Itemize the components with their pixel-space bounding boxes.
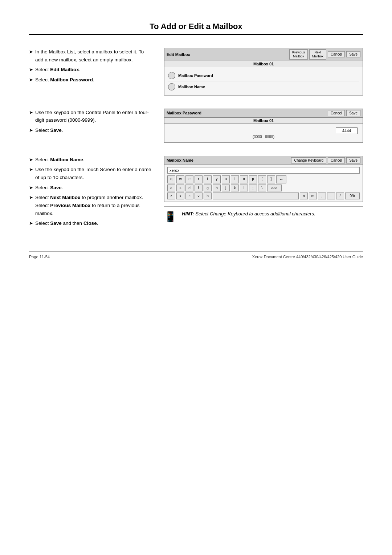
key-b[interactable]: b (204, 193, 212, 199)
section-3-panel: Mailbox Name Change Keyboard Cancel Save… (164, 156, 363, 230)
key-k[interactable]: k (231, 185, 239, 191)
key-j[interactable]: j (222, 185, 230, 191)
key-semicolon[interactable]: ; (249, 185, 257, 191)
key-bracket-open[interactable]: [ (258, 175, 266, 183)
mailbox-password-header: Mailbox Password Cancel Save (164, 109, 363, 118)
bullet-text-3-5: Select Save and then Close. (35, 219, 152, 227)
key-d[interactable]: d (185, 185, 193, 191)
bullet-1-1: ➤ In the Mailbox List, select a mailbox … (29, 48, 152, 64)
cancel-button-2[interactable]: Cancel (328, 110, 345, 116)
bullet-text-3-3: Select Save. (35, 184, 152, 192)
key-period[interactable]: . (327, 193, 335, 199)
bullet-arrow-3: ➤ (29, 76, 33, 84)
bullet-text-3-1: Select Mailbox Name. (35, 156, 152, 164)
key-i[interactable]: i (231, 175, 239, 183)
key-space[interactable] (213, 193, 299, 199)
key-q[interactable]: q (167, 175, 175, 183)
bullet-text-3-2: Use the keypad on the Touch Screen to en… (35, 166, 152, 181)
bullet-arrow-5: ➤ (29, 127, 33, 134)
section-1-panel: Edit Mailbox PreviousMailbox NextMailbox… (164, 48, 363, 96)
key-e[interactable]: e (185, 175, 193, 183)
key-p[interactable]: p (249, 175, 257, 183)
cancel-button-1[interactable]: Cancel (328, 51, 345, 57)
section-1-instructions: ➤ In the Mailbox List, select a mailbox … (29, 48, 152, 96)
mailbox-name-header: Mailbox Name Change Keyboard Cancel Save (164, 156, 363, 165)
bullet-text-2-1: Use the keypad on the Control Panel to e… (35, 109, 152, 124)
hint-section: 📱 HINT: Select Change Keyboard to access… (164, 206, 363, 222)
change-keyboard-button[interactable]: Change Keyboard (291, 157, 326, 163)
bullet-1-3: ➤ Select Mailbox Password. (29, 76, 152, 84)
mailbox-password-subheader: Mailbox 01 (164, 118, 363, 124)
key-v[interactable]: v (195, 193, 203, 199)
key-a[interactable]: a (167, 185, 175, 191)
key-aaa[interactable]: aaa (267, 185, 282, 191)
mailbox-name-title: Mailbox Name (167, 158, 290, 162)
mailbox-password-icon (168, 72, 175, 79)
bullet-arrow-1: ➤ (29, 48, 33, 56)
key-comma[interactable]: , (318, 193, 326, 199)
key-n[interactable]: n (300, 193, 308, 199)
bullet-arrow-9: ➤ (29, 194, 33, 202)
bullet-3-5: ➤ Select Save and then Close. (29, 219, 152, 227)
key-row-1: q w e r t y u i o p [ ] ← (167, 175, 360, 183)
page-footer: Page 11-54 Xerox Document Centre 440/432… (29, 251, 363, 259)
key-slash[interactable]: / (336, 193, 344, 199)
bullet-text-2-2: Select Save. (35, 126, 152, 134)
key-backslash[interactable]: \ (258, 185, 266, 191)
key-backspace[interactable]: ← (276, 175, 286, 183)
password-range: (0000 - 9999) (170, 135, 358, 139)
key-h[interactable]: h (213, 185, 221, 191)
key-c[interactable]: c (185, 193, 193, 199)
password-panel-body: 4444 (0000 - 9999) (164, 124, 363, 142)
key-0a[interactable]: 0/A (345, 193, 360, 199)
keyboard-input[interactable]: xerox (167, 167, 360, 174)
key-f[interactable]: f (195, 185, 203, 191)
mailbox-name-panel: Mailbox Name Change Keyboard Cancel Save… (164, 156, 363, 202)
mailbox-name-row[interactable]: Mailbox Name (168, 81, 359, 92)
section-2-instructions: ➤ Use the keypad on the Control Panel to… (29, 109, 152, 143)
key-r[interactable]: r (195, 175, 203, 183)
bullet-arrow-2: ➤ (29, 66, 33, 74)
mailbox-password-row[interactable]: Mailbox Password (168, 70, 359, 81)
key-z[interactable]: z (167, 193, 175, 199)
bullet-3-1: ➤ Select Mailbox Name. (29, 156, 152, 164)
edit-mailbox-panel: Edit Mailbox PreviousMailbox NextMailbox… (164, 48, 363, 96)
hint-icon: 📱 (164, 212, 177, 222)
footer-page-label: Page 11-54 (29, 255, 50, 259)
key-s[interactable]: s (176, 185, 184, 191)
section-3: ➤ Select Mailbox Name. ➤ Use the keypad … (29, 156, 363, 230)
section-2-panel: Mailbox Password Cancel Save Mailbox 01 … (164, 109, 363, 143)
page-title: To Add or Edit a Mailbox (29, 22, 363, 35)
key-row-2: a s d f g h j k l ; \ aaa (167, 185, 360, 191)
save-button-3[interactable]: Save (346, 157, 360, 163)
bullet-3-3: ➤ Select Save. (29, 184, 152, 192)
bullet-text-3-4: Select Next Mailbox to program another m… (35, 194, 152, 217)
key-w[interactable]: w (176, 175, 184, 183)
key-g[interactable]: g (204, 185, 212, 191)
key-u[interactable]: u (222, 175, 230, 183)
password-input[interactable]: 4444 (336, 127, 358, 134)
bullet-arrow-4: ➤ (29, 109, 33, 117)
save-button-2[interactable]: Save (346, 110, 360, 116)
bullet-arrow-8: ➤ (29, 184, 33, 192)
section-3-instructions: ➤ Select Mailbox Name. ➤ Use the keypad … (29, 156, 152, 230)
footer-doc-label: Xerox Document Centre 440/432/430/426/42… (252, 255, 363, 259)
key-l[interactable]: l (240, 185, 248, 191)
prev-mailbox-button[interactable]: PreviousMailbox (289, 49, 308, 60)
key-m[interactable]: m (309, 193, 317, 199)
key-o[interactable]: o (240, 175, 248, 183)
key-bracket-close[interactable]: ] (267, 175, 275, 183)
key-x[interactable]: x (176, 193, 184, 199)
key-t[interactable]: t (204, 175, 212, 183)
cancel-button-3[interactable]: Cancel (328, 157, 345, 163)
mailbox-name-icon (168, 83, 175, 90)
bullet-arrow-7: ➤ (29, 166, 33, 174)
save-button-1[interactable]: Save (346, 51, 360, 57)
key-y[interactable]: y (213, 175, 221, 183)
next-mailbox-button[interactable]: NextMailbox (309, 49, 326, 60)
edit-mailbox-subheader: Mailbox 01 (164, 61, 363, 67)
bullet-text-1-1: In the Mailbox List, select a mailbox to… (35, 48, 152, 64)
mailbox-name-label: Mailbox Name (178, 85, 205, 89)
edit-mailbox-header: Edit Mailbox PreviousMailbox NextMailbox… (164, 48, 363, 61)
bullet-text-1-2: Select Edit Mailbox. (35, 66, 152, 74)
